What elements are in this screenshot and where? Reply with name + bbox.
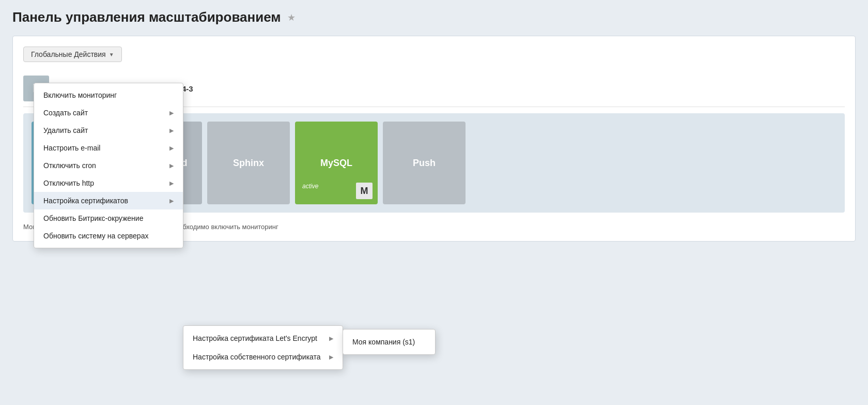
submenu-l3: Моя компания (s1) <box>343 329 436 355</box>
chevron-right-icon: ▶ <box>169 127 174 134</box>
menu-item-update-bitrix[interactable]: Обновить Битрикс-окружение <box>34 209 183 227</box>
menu-item-disable-cron[interactable]: Отключить cron ▶ <box>34 157 183 174</box>
page-title: Панель управления масштабированием <box>12 9 281 25</box>
menu-item-configure-certs[interactable]: Настройка сертификатов ▶ Настройка серти… <box>34 192 183 209</box>
global-actions-label: Глобальные Действия <box>31 50 106 58</box>
chevron-right-icon: ▶ <box>329 354 333 361</box>
service-label-push: Push <box>413 158 436 169</box>
service-tile-sphinx[interactable]: Sphinx <box>207 122 290 204</box>
submenu-l2: Настройка сертификата Let's Encrypt ▶ Мо… <box>183 325 343 370</box>
dropdown-container: Включить мониторинг Создать сайт ▶ Удали… <box>34 83 183 248</box>
mysql-m-badge: M <box>356 183 373 199</box>
service-label-mysql: MySQL <box>320 158 352 169</box>
chevron-right-icon: ▶ <box>169 162 174 169</box>
menu-item-update-system[interactable]: Обновить систему на серверах <box>34 227 183 245</box>
chevron-right-icon: ▶ <box>169 198 174 204</box>
submenu-item-my-company[interactable]: Моя компания (s1) <box>343 333 435 351</box>
submenu-item-own-cert[interactable]: Настройка собственного сертификата ▶ <box>183 348 343 366</box>
main-card: Глобальные Действия ▼ 🖥 ab.com / 80.87.2… <box>12 36 856 242</box>
menu-item-disable-http[interactable]: Отключить http ▶ <box>34 174 183 192</box>
menu-item-delete-site[interactable]: Удалить сайт ▶ <box>34 122 183 139</box>
chevron-right-icon: ▶ <box>169 110 174 116</box>
service-tile-push[interactable]: Push <box>383 122 466 204</box>
service-tile-mysql[interactable]: MySQL active M <box>295 122 378 204</box>
menu-item-create-site[interactable]: Создать сайт ▶ <box>34 104 183 122</box>
menu-item-configure-email[interactable]: Настроить e-mail ▶ <box>34 139 183 157</box>
menu-item-enable-monitoring[interactable]: Включить мониторинг <box>34 86 183 104</box>
dropdown-menu: Включить мониторинг Создать сайт ▶ Удали… <box>34 83 183 248</box>
chevron-right-icon: ▶ <box>329 335 333 342</box>
global-actions-button[interactable]: Глобальные Действия ▼ <box>23 47 122 62</box>
star-icon[interactable]: ★ <box>287 12 296 23</box>
dropdown-arrow-icon: ▼ <box>109 52 114 57</box>
chevron-right-icon: ▶ <box>169 180 174 187</box>
service-label-sphinx: Sphinx <box>233 158 264 169</box>
submenu-item-lets-encrypt[interactable]: Настройка сертификата Let's Encrypt ▶ Мо… <box>183 329 343 348</box>
chevron-right-icon: ▶ <box>169 145 174 152</box>
mysql-active-label: active <box>302 183 318 190</box>
page-header: Панель управления масштабированием ★ <box>12 9 856 25</box>
page-wrapper: Панель управления масштабированием ★ Гло… <box>0 0 868 251</box>
